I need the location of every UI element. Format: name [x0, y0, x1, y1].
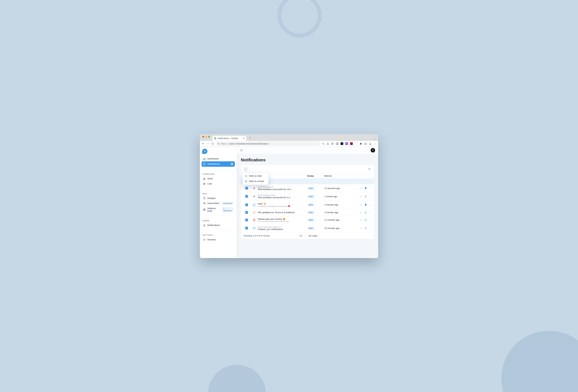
row-bookmark[interactable]: [365, 204, 367, 206]
row-read-check[interactable]: [359, 211, 362, 214]
sidebar-item-dashboard[interactable]: Dashboard: [201, 156, 235, 161]
reload-icon: [211, 142, 214, 145]
row-read-check[interactable]: [359, 204, 362, 206]
row-bookmark[interactable]: [365, 211, 367, 214]
row-bookmark[interactable]: [365, 195, 367, 198]
table-row[interactable]: laravel/frameworkTest workflow successfu…: [241, 184, 374, 192]
row-type-icon: [250, 211, 258, 214]
row-checkbox[interactable]: [245, 195, 248, 198]
row-more[interactable]: [370, 227, 372, 229]
svg-point-7: [375, 143, 375, 144]
sidebar-item-lists[interactable]: Lists: [201, 181, 235, 186]
row-sent: 11 seconds ago: [324, 187, 355, 190]
row-text: filament/filamentphpTest workflow succes…: [258, 194, 307, 199]
filter-button[interactable]: [367, 167, 372, 172]
row-checkbox[interactable]: [245, 211, 248, 214]
per-page-select[interactable]: 10: [298, 234, 307, 238]
browser-tab[interactable]: Notifications - Newsly ✕: [212, 136, 246, 141]
gear-icon: [203, 238, 206, 241]
sidebar-item-addressbook[interactable]: Address book 2 addresses: [201, 206, 235, 213]
row-sent: 1 minute ago: [324, 195, 355, 198]
extension-icon[interactable]: [340, 142, 343, 145]
sidebar-heading-label: ADMIN: [203, 220, 209, 222]
row-actions: [355, 211, 372, 214]
sidebar-heading[interactable]: CAMPAIGNS: [201, 171, 235, 176]
row-read-check[interactable]: [359, 227, 362, 229]
row-read-check[interactable]: [359, 187, 362, 189]
window-max-dot[interactable]: [208, 136, 210, 138]
row-more[interactable]: [370, 187, 372, 189]
sidebar-item-subscribers[interactable]: Subscribers 1 subscriber: [201, 201, 235, 206]
window-close-dot[interactable]: [202, 136, 204, 138]
svg-rect-10: [204, 197, 205, 199]
extension-icon[interactable]: [336, 142, 338, 145]
per-page-label: per page: [309, 234, 317, 237]
row-read-check[interactable]: [359, 219, 362, 221]
row-bookmark[interactable]: [365, 227, 367, 229]
chevron-up-icon: [232, 220, 234, 222]
table-row[interactable]: filament/filamentphpTest workflow succes…: [241, 192, 374, 200]
star-icon[interactable]: [331, 142, 334, 145]
kebab-icon[interactable]: [374, 142, 377, 145]
sidebar-item-label: Designs: [207, 197, 216, 199]
row-text: Hey! 👋A special message from the admin❤️: [258, 202, 307, 207]
avatar[interactable]: R: [371, 148, 375, 152]
tabs-chevron[interactable]: [372, 138, 377, 140]
sidebar-heading-label: MAIL: [203, 193, 208, 195]
sidebar-heading[interactable]: SETTINGS: [201, 232, 235, 237]
sidebar-toggle[interactable]: [240, 149, 243, 152]
sidebar-item-general[interactable]: General: [201, 237, 235, 242]
bulk-actions-button[interactable]: [243, 167, 248, 172]
sidebar-item-send[interactable]: Send: [201, 176, 235, 181]
share-icon[interactable]: [327, 142, 329, 145]
new-tab-button[interactable]: [248, 135, 252, 140]
mark-unread-item[interactable]: Mark as unread: [243, 179, 268, 184]
nav-forward[interactable]: [206, 142, 209, 145]
nav-reload[interactable]: [211, 142, 214, 145]
sidebar-heading[interactable]: MAIL: [201, 191, 235, 196]
svg-point-13: [203, 209, 205, 211]
table-row[interactable]: filamentphp/filamentphp #1Feature: pro n…: [241, 224, 374, 232]
row-more[interactable]: [370, 211, 372, 214]
extension-icon[interactable]: [355, 142, 358, 145]
nav-back[interactable]: [201, 142, 205, 145]
col-badge[interactable]: Badge: [307, 175, 324, 177]
users-icon: [203, 202, 206, 205]
row-read-check[interactable]: [359, 195, 362, 198]
row-more[interactable]: [370, 204, 372, 206]
brand[interactable]: N: [200, 147, 237, 155]
search-icon[interactable]: [322, 142, 325, 145]
close-icon[interactable]: ✕: [243, 137, 244, 139]
panel-icon[interactable]: [364, 142, 367, 145]
row-bookmark[interactable]: [365, 187, 367, 189]
sidebar-item-designs[interactable]: Designs: [201, 196, 235, 201]
url-input[interactable]: https://notion-newsletter.test/admin/not…: [216, 141, 320, 146]
sidebar-item-notifications[interactable]: Notifications 6: [201, 161, 235, 167]
chevron-up-icon: [232, 193, 234, 195]
extension-icon[interactable]: [350, 142, 353, 145]
profile-icon[interactable]: [369, 142, 372, 145]
mark-read-item[interactable]: Mark as read: [243, 174, 268, 179]
document-icon: [203, 163, 206, 165]
row-actions: [355, 204, 372, 206]
col-sent[interactable]: Sent at: [324, 175, 355, 177]
table-row[interactable]: We updated our Terms & ConditionsNEW3 mi…: [241, 209, 374, 216]
table-row[interactable]: Hey! 👋A special message from the admin❤️…: [241, 200, 374, 209]
row-checkbox[interactable]: [245, 227, 248, 229]
row-checkbox[interactable]: [245, 204, 248, 206]
row-bookmark[interactable]: [365, 219, 367, 221]
window-min-dot[interactable]: [205, 136, 207, 138]
puzzle-icon[interactable]: [360, 142, 362, 145]
row-more[interactable]: [370, 219, 372, 221]
extension-icon[interactable]: D: [345, 142, 348, 145]
sidebar-item-admin-notifications[interactable]: Notifications: [201, 223, 235, 228]
svg-point-8: [375, 144, 375, 144]
chevron-down-icon: [303, 235, 305, 237]
row-badge: NEW: [307, 187, 314, 190]
table-row[interactable]: Please pay your invoice 😿Your invoice ex…: [241, 216, 374, 224]
row-checkbox[interactable]: [245, 187, 248, 190]
sidebar-heading[interactable]: ADMIN: [201, 218, 235, 223]
row-checkbox[interactable]: [245, 218, 248, 221]
row-sent: 22 minutes ago: [324, 227, 355, 229]
row-more[interactable]: [370, 195, 372, 198]
